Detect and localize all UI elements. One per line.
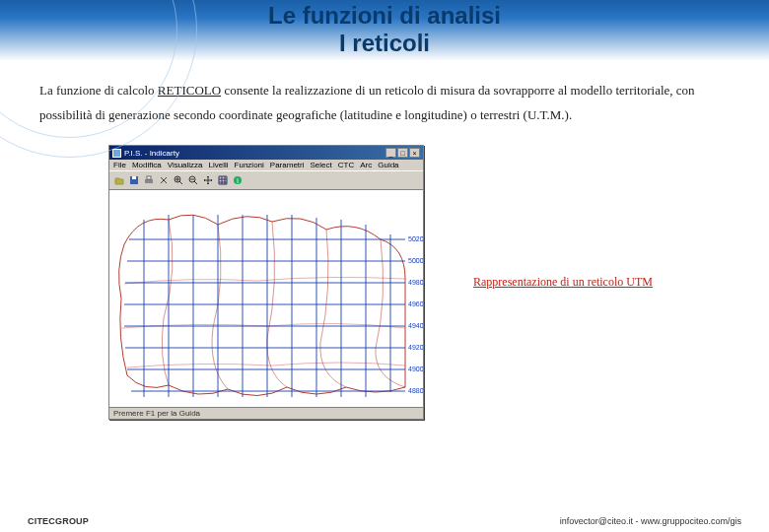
print-icon[interactable] bbox=[142, 173, 156, 187]
maximize-button[interactable]: □ bbox=[397, 148, 408, 158]
grid-label: 4880 bbox=[408, 387, 423, 394]
menu-item[interactable]: CTC bbox=[338, 161, 354, 169]
cut-icon[interactable] bbox=[157, 173, 171, 187]
page-title: Le funzioni di analisi I reticoli bbox=[0, 2, 769, 56]
menu-item[interactable]: Select bbox=[311, 161, 332, 169]
toolbar: i bbox=[109, 170, 423, 190]
title-line-2: I reticoli bbox=[339, 30, 430, 56]
statusbar: Premere F1 per la Guida bbox=[109, 407, 423, 419]
menubar: File Modifica Visualizza Livelli Funzion… bbox=[109, 160, 423, 170]
footer-left: CITECGROUP bbox=[28, 516, 89, 526]
title-line-1: Le funzioni di analisi bbox=[268, 2, 501, 29]
window-title: P.I.S. - Indicarty bbox=[124, 149, 179, 158]
grid-label: 4940 bbox=[408, 322, 423, 329]
titlebar: P.I.S. - Indicarty _ □ × bbox=[109, 146, 423, 160]
body-paragraph: La funzione di calcolo RETICOLO consente… bbox=[0, 61, 769, 127]
keyword-reticolo: RETICOLO bbox=[158, 83, 221, 98]
pan-icon[interactable] bbox=[201, 173, 215, 187]
save-icon[interactable] bbox=[127, 173, 141, 187]
grid-icon[interactable] bbox=[216, 173, 230, 187]
figure-row: P.I.S. - Indicarty _ □ × File Modifica V… bbox=[0, 127, 769, 420]
menu-item[interactable]: Visualizza bbox=[168, 161, 203, 169]
grid-label: 4960 bbox=[408, 300, 423, 307]
menu-item[interactable]: Guida bbox=[378, 161, 398, 169]
footer-right: infovector@citeo.it - www.gruppociteo.co… bbox=[560, 516, 741, 526]
grid-label: 5000 bbox=[408, 257, 423, 264]
grid-label: 5020 bbox=[408, 235, 423, 242]
minimize-button[interactable]: _ bbox=[385, 148, 396, 158]
svg-rect-1 bbox=[132, 176, 136, 179]
close-button[interactable]: × bbox=[409, 148, 420, 158]
menu-item[interactable]: File bbox=[113, 161, 126, 169]
map-svg: 5020 5000 4980 4960 4940 4920 4900 4880 bbox=[109, 190, 423, 407]
info-icon[interactable]: i bbox=[231, 173, 245, 187]
app-window: P.I.S. - Indicarty _ □ × File Modifica V… bbox=[108, 145, 424, 420]
figure-caption: Rappresentazione di un reticolo UTM bbox=[444, 275, 730, 290]
grid-label: 4900 bbox=[408, 366, 423, 372]
menu-item[interactable]: Modifica bbox=[132, 161, 162, 169]
svg-rect-2 bbox=[145, 179, 153, 183]
zoom-out-icon[interactable] bbox=[186, 173, 200, 187]
map-canvas[interactable]: 5020 5000 4980 4960 4940 4920 4900 4880 bbox=[109, 190, 423, 407]
slide-header: Le funzioni di analisi I reticoli bbox=[0, 0, 769, 61]
menu-item[interactable]: Parametri bbox=[270, 161, 305, 169]
menu-item[interactable]: Livelli bbox=[209, 161, 229, 169]
footer: CITECGROUP infovector@citeo.it - www.gru… bbox=[0, 516, 769, 526]
svg-rect-3 bbox=[147, 176, 151, 179]
menu-item[interactable]: Funzioni bbox=[235, 161, 264, 169]
grid-label: 4980 bbox=[408, 279, 423, 286]
open-icon[interactable] bbox=[112, 173, 126, 187]
paragraph-text-a: La funzione di calcolo bbox=[39, 83, 158, 98]
app-icon bbox=[112, 149, 121, 158]
grid-label: 4920 bbox=[408, 344, 423, 351]
statusbar-text: Premere F1 per la Guida bbox=[113, 409, 200, 418]
menu-item[interactable]: Arc bbox=[360, 161, 372, 169]
zoom-in-icon[interactable] bbox=[172, 173, 185, 187]
